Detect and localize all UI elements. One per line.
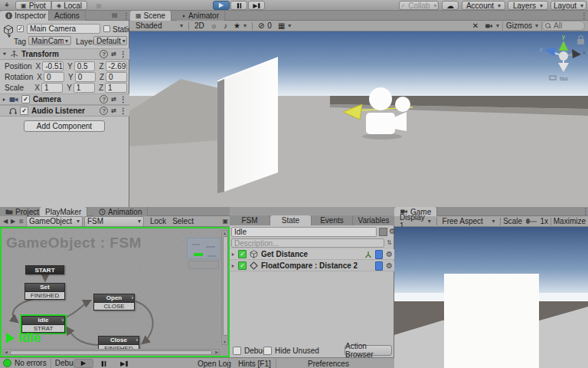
- shading-mode-dropdown[interactable]: Shaded▾: [132, 21, 186, 31]
- scene-tools-icon[interactable]: ✕: [469, 21, 482, 31]
- tab-animation[interactable]: Animation: [93, 207, 148, 216]
- layer-dropdown[interactable]: Default ▾: [93, 36, 127, 45]
- scene-viewport[interactable]: y z x Iso: [129, 31, 588, 207]
- game-menu-icon[interactable]: ⋮: [582, 207, 588, 215]
- help-icon[interactable]: ?: [100, 107, 108, 115]
- action-enabled-checkbox[interactable]: ✓: [238, 250, 247, 258]
- action-browser-button[interactable]: Action Browser: [345, 345, 392, 356]
- scene-camera-icon[interactable]: ▾: [482, 21, 502, 31]
- scene-search-input[interactable]: All: [542, 21, 585, 31]
- layers-button[interactable]: Layers▾: [508, 1, 548, 10]
- tab-events[interactable]: Events: [312, 215, 353, 225]
- debug-checkbox[interactable]: [233, 347, 241, 355]
- position-z-field[interactable]: -2.695: [106, 61, 127, 71]
- collab-button[interactable]: ✓ Collab ▾: [399, 1, 439, 10]
- play-button[interactable]: [213, 1, 230, 10]
- action-gear-icon[interactable]: ⚙: [386, 251, 393, 258]
- select-button[interactable]: Select: [169, 217, 197, 226]
- gameobject-cube-icon[interactable]: [3, 25, 14, 35]
- scale-y-field[interactable]: 1: [74, 83, 95, 93]
- tab-animator[interactable]: Animator: [177, 11, 225, 21]
- rotation-x-field[interactable]: 0: [44, 72, 64, 82]
- lock-button[interactable]: Lock: [147, 217, 169, 226]
- camera-component-header[interactable]: ✓ Camera ? ⇄ ⋮: [0, 94, 129, 105]
- debug-toggle[interactable]: Debug: [233, 347, 266, 355]
- audio-listener-header[interactable]: ✓ Audio Listener ? ⇄ ⋮: [0, 105, 129, 117]
- pivot-button[interactable]: ▣ Pivot: [15, 1, 51, 10]
- tab-inspector[interactable]: i Inspector: [0, 11, 52, 21]
- tab-playmaker[interactable]: PlayMaker: [40, 207, 87, 216]
- transition-label[interactable]: CLOSE: [94, 302, 134, 310]
- action-gear-icon[interactable]: ⚙: [386, 262, 393, 270]
- graph-hscrollbar[interactable]: ◀ ▶: [3, 349, 220, 355]
- iso-label[interactable]: Iso: [560, 75, 568, 82]
- presets-icon[interactable]: ⇄: [111, 107, 116, 114]
- display-dropdown[interactable]: Display 1▾: [397, 217, 434, 226]
- camera-gizmo-reel1[interactable]: [369, 87, 392, 110]
- snap-tool-icon[interactable]: ▦: [93, 1, 104, 10]
- help-icon[interactable]: ?: [100, 50, 108, 58]
- scene-menu-icon[interactable]: ⋮: [580, 12, 588, 20]
- position-x-field[interactable]: -0.51: [42, 61, 64, 71]
- fsm-play-button[interactable]: [74, 359, 93, 368]
- preferences-button[interactable]: Preferences: [308, 360, 349, 368]
- camera-enabled-checkbox[interactable]: ✓: [21, 95, 30, 104]
- grid-settings-icon[interactable]: ▦▾: [275, 21, 294, 31]
- doc-icon[interactable]: [375, 250, 383, 259]
- tag-dropdown[interactable]: MainCamera ▾: [28, 36, 71, 45]
- scene-audio-icon[interactable]: ♪: [220, 21, 230, 31]
- description-field[interactable]: Description...: [231, 238, 384, 248]
- position-y-field[interactable]: 0.5: [74, 61, 96, 71]
- back-icon[interactable]: ◀: [2, 218, 9, 225]
- hidden-objects-icon[interactable]: ⊘0: [255, 21, 275, 31]
- state-name-field[interactable]: Idle: [231, 227, 377, 237]
- menu-icon[interactable]: ⋮: [119, 107, 127, 115]
- axes-gizmo-icon[interactable]: [364, 251, 372, 258]
- description-expand-icon[interactable]: ⇅: [387, 239, 392, 246]
- fsm-step-button[interactable]: [116, 359, 132, 368]
- inspector-lock-icon[interactable]: ▤: [112, 12, 118, 18]
- gizmo-center[interactable]: [559, 51, 568, 61]
- static-checkbox[interactable]: [103, 25, 110, 32]
- camera-gizmo-reel2[interactable]: [395, 97, 410, 112]
- audio-enabled-checkbox[interactable]: ✓: [20, 107, 28, 115]
- camera-gizmo-body[interactable]: [366, 113, 395, 134]
- gizmos-dropdown[interactable]: Gizmos▾: [502, 21, 542, 31]
- hints-button[interactable]: Hints [F1]: [238, 360, 271, 368]
- account-button[interactable]: Account▾: [462, 1, 505, 10]
- transform-header[interactable]: Transform ? ⇄ ⋮: [0, 48, 129, 60]
- layout-button[interactable]: Layout▾: [550, 1, 586, 10]
- tab-project[interactable]: Project: [0, 207, 45, 216]
- tab-fsm[interactable]: FSM: [230, 215, 270, 225]
- gameobject-icon-dropdown[interactable]: [8, 35, 11, 38]
- action-row-get-distance[interactable]: ✓ Get Distance ⚙: [230, 249, 394, 260]
- open-log-button[interactable]: Open Log: [198, 360, 231, 368]
- move-tool-icon[interactable]: +: [2, 0, 11, 10]
- presets-icon[interactable]: ⇄: [111, 51, 116, 58]
- rotation-y-field[interactable]: 0: [75, 72, 96, 82]
- tab-state[interactable]: State: [270, 215, 312, 225]
- hamburger-icon[interactable]: ≡: [17, 217, 26, 225]
- menu-icon[interactable]: ⋮: [119, 50, 127, 58]
- pause-button[interactable]: [230, 1, 247, 10]
- gameobject-dropdown[interactable]: GameObject▾: [26, 216, 83, 227]
- cloud-button[interactable]: ☁: [442, 1, 459, 10]
- graph-vscrollbar[interactable]: ▲ ▼: [221, 230, 228, 345]
- 2d-toggle[interactable]: 2D: [191, 21, 207, 31]
- expander-icon[interactable]: [232, 264, 235, 267]
- active-checkbox[interactable]: ✓: [17, 25, 24, 32]
- scene-lighting-icon[interactable]: ☼: [207, 21, 220, 31]
- maximize-button[interactable]: Maximize: [554, 217, 586, 225]
- state-node-start[interactable]: START: [25, 265, 64, 274]
- action-enabled-checkbox[interactable]: ✓: [238, 261, 247, 270]
- add-component-button[interactable]: Add Component: [24, 120, 105, 132]
- state-color-swatch[interactable]: [379, 228, 387, 236]
- transition-label[interactable]: FINISHED: [25, 291, 64, 299]
- help-icon[interactable]: ?: [100, 95, 108, 104]
- tab-scene[interactable]: ▦ Scene: [130, 11, 172, 21]
- aspect-dropdown[interactable]: Free Aspect▾: [439, 217, 498, 226]
- scale-x-field[interactable]: 1: [41, 83, 63, 93]
- state-node-set[interactable]: Set FINISHED: [24, 283, 65, 300]
- menu-icon[interactable]: ⋮: [119, 95, 127, 104]
- rotation-z-field[interactable]: 0: [106, 72, 127, 82]
